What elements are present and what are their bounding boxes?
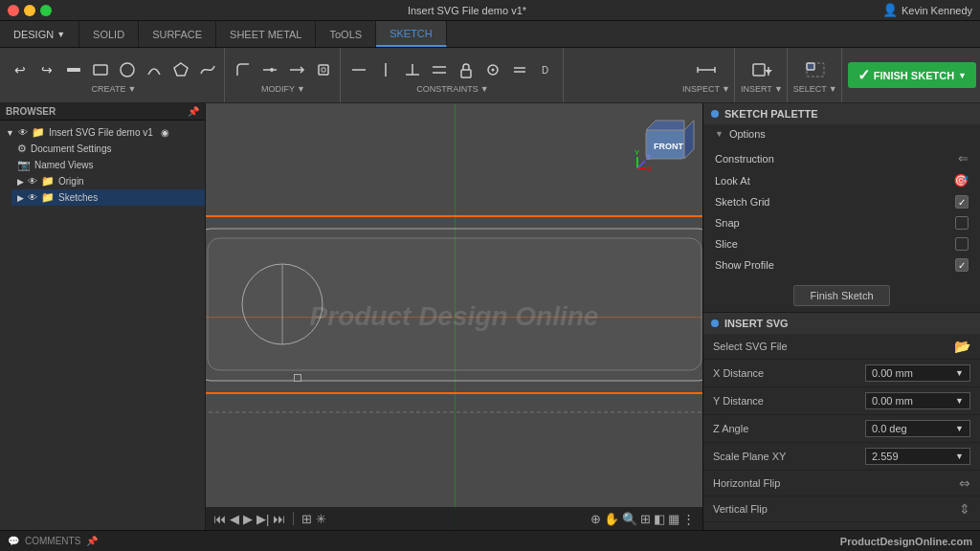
insert-svg-dot	[711, 320, 719, 327]
file-browse-icon[interactable]: 📂	[954, 339, 970, 354]
snap-row[interactable]: Snap	[703, 212, 980, 233]
eye-icon[interactable]: 👁	[28, 176, 37, 187]
select-svg-row: Select SVG File 📂	[703, 334, 980, 360]
vertical-flip-icon[interactable]: ⇕	[959, 501, 970, 517]
tree-sketches[interactable]: ▶ 👁 📁 Sketches	[11, 189, 205, 206]
tab-sketch[interactable]: SKETCH	[376, 21, 447, 47]
grid-display-btn[interactable]: ▦	[668, 512, 679, 526]
home-btn[interactable]: ⏮	[213, 512, 226, 526]
svg-marker-3	[174, 63, 188, 76]
slice-checkbox[interactable]	[955, 237, 969, 251]
spline-btn[interactable]	[195, 57, 220, 82]
look-at-row[interactable]: Look At 🎯	[703, 169, 980, 191]
parallel-btn[interactable]	[427, 57, 452, 82]
tab-solid[interactable]: SOLID	[79, 21, 139, 47]
perpendicular-btn[interactable]	[400, 57, 425, 82]
zoom-btn[interactable]: 🔍	[622, 512, 637, 526]
fillet-btn[interactable]	[231, 57, 256, 82]
end-btn[interactable]: ⏭	[273, 512, 285, 526]
sketch-grid-row[interactable]: Sketch Grid ✓	[703, 191, 980, 212]
tree-origin[interactable]: ▶ 👁 📁 Origin	[11, 173, 205, 189]
options-row[interactable]: ▼ Options	[703, 124, 980, 143]
insert-svg-header[interactable]: INSERT SVG	[703, 313, 980, 334]
window-title: Insert SVG File demo v1*	[52, 5, 882, 16]
equal-btn[interactable]	[507, 57, 532, 82]
redo-btn[interactable]: ↪	[34, 57, 59, 82]
select-btn[interactable]	[798, 57, 833, 82]
x-distance-input[interactable]: 0.00 mm ▼	[865, 364, 970, 382]
y-distance-input[interactable]: 0.00 mm ▼	[865, 392, 970, 409]
line-btn[interactable]	[61, 57, 86, 82]
browser-pin-icon[interactable]: 📌	[188, 106, 199, 117]
pan-btn[interactable]: ✋	[604, 512, 619, 526]
grid-btn[interactable]: ⊞	[301, 512, 312, 526]
visibility-icon[interactable]: ◉	[161, 127, 169, 138]
construction-row[interactable]: Construction ⇐	[703, 147, 980, 169]
svg-rect-6	[322, 68, 325, 72]
vertical-constraint-btn[interactable]	[373, 57, 398, 82]
eye-icon2[interactable]: 👁	[28, 192, 37, 203]
insert-btn[interactable]	[745, 57, 779, 82]
svg-rect-13	[461, 70, 471, 77]
view-cube[interactable]: FRONT X Y Z	[633, 111, 698, 176]
measure-btn[interactable]	[689, 57, 724, 82]
finish-sketch-palette-btn[interactable]: Finish Sketch	[793, 285, 889, 306]
handle-corner[interactable]	[294, 374, 301, 382]
undo-btn[interactable]: ↩	[8, 57, 33, 82]
extend-btn[interactable]	[284, 57, 309, 82]
more-btn[interactable]: ⋮	[682, 512, 695, 526]
offset-btn[interactable]	[311, 57, 336, 82]
canvas-area[interactable]: Product Design Online FRONT X Y Z	[206, 103, 702, 530]
trim-btn[interactable]	[257, 57, 282, 82]
sketch-grid-checkbox[interactable]: ✓	[955, 195, 969, 209]
comments-pin-icon[interactable]: 📌	[86, 536, 98, 546]
folder-icon: 📁	[32, 126, 45, 139]
tree-named-views[interactable]: 📷 Named Views	[11, 157, 205, 173]
z-angle-row: Z Angle 0.0 deg ▼	[703, 415, 980, 443]
tab-design[interactable]: DESIGN ▼	[0, 21, 79, 47]
play-btn[interactable]: ▶	[243, 512, 253, 526]
tab-sheet-metal[interactable]: SHEET METAL	[216, 21, 316, 47]
snap-btn[interactable]: ✳	[316, 512, 326, 526]
comments-section: 💬 COMMENTS 📌	[8, 536, 98, 546]
prev-btn[interactable]: ◀	[230, 512, 239, 526]
dimension-btn[interactable]: D	[534, 57, 559, 82]
next-btn[interactable]: ▶|	[256, 512, 269, 526]
tree-root[interactable]: ▼ 👁 📁 Insert SVG File demo v1 ◉	[0, 124, 205, 141]
close-btn[interactable]	[8, 5, 19, 16]
scale-plane-input[interactable]: 2.559 ▼	[865, 448, 970, 465]
arc-btn[interactable]	[142, 57, 167, 82]
finish-sketch-button[interactable]: ✓ FINISH SKETCH ▼	[848, 62, 976, 88]
rectangle-btn[interactable]	[88, 57, 113, 82]
polygon-btn[interactable]	[168, 57, 193, 82]
settings-icon: ⚙	[17, 143, 27, 155]
horizontal-constraint-btn[interactable]	[346, 57, 371, 82]
svg-marker-40	[646, 121, 684, 130]
tab-surface[interactable]: SURFACE	[139, 21, 216, 47]
tab-tools[interactable]: ToOLS	[316, 21, 376, 47]
minimize-btn[interactable]	[24, 5, 35, 16]
scale-chevron: ▼	[955, 452, 964, 461]
tree-eye-icon[interactable]: 👁	[18, 127, 28, 138]
display-mode-btn[interactable]: ◧	[654, 512, 665, 526]
canvas-shapes	[206, 211, 702, 422]
show-profile-checkbox[interactable]: ✓	[955, 258, 969, 272]
orbit-btn[interactable]: ⊕	[590, 512, 601, 526]
coincident-btn[interactable]	[480, 57, 505, 82]
sketch-palette-header[interactable]: SKETCH PALETTE	[703, 103, 980, 124]
circle-btn[interactable]	[115, 57, 140, 82]
svg-marker-41	[684, 121, 694, 159]
show-profile-row[interactable]: Show Profile ✓	[703, 254, 980, 276]
look-at-value: 🎯	[953, 173, 969, 187]
z-angle-input[interactable]: 0.0 deg ▼	[865, 420, 970, 437]
slice-row[interactable]: Slice	[703, 233, 980, 254]
horizontal-flip-icon[interactable]: ⇔	[959, 475, 970, 491]
snap-checkbox[interactable]	[955, 216, 969, 230]
z-angle-chevron: ▼	[955, 424, 964, 433]
svg-rect-26	[807, 63, 814, 70]
tree-document-settings[interactable]: ⚙ Document Settings	[11, 141, 205, 157]
zoom-fit-btn[interactable]: ⊞	[640, 512, 651, 526]
lock-btn[interactable]	[454, 57, 479, 82]
maximize-btn[interactable]	[40, 5, 52, 16]
finish-sketch-row: Finish Sketch	[703, 279, 980, 312]
